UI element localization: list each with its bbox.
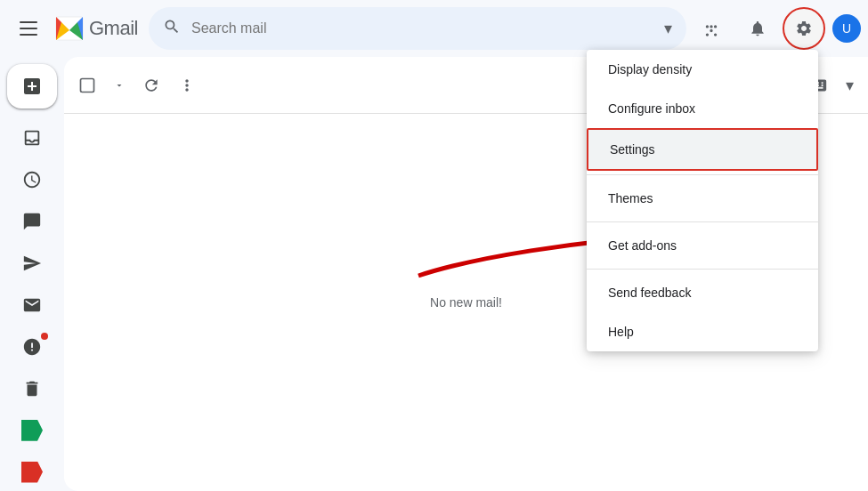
sidebar-item-sent[interactable] [11,245,53,283]
notifications-button[interactable] [736,7,779,50]
settings-density-button[interactable]: ▾ [839,68,861,102]
svg-rect-1 [81,78,94,92]
sidebar-item-mail[interactable] [11,286,53,325]
select-checkbox-button[interactable] [71,69,103,101]
settings-button[interactable] [783,7,825,50]
search-icon [163,18,181,40]
app-header: Gmail ▾ U [0,0,868,57]
settings-dropdown-menu: Display density Configure inbox Settings… [587,50,818,351]
sidebar-item-snoozed[interactable] [11,161,53,199]
gmail-logo-icon [53,12,85,44]
menu-item-send-feedback[interactable]: Send feedback [587,273,818,312]
menu-divider-1 [587,174,818,175]
sidebar-item-trash[interactable] [11,369,53,407]
compose-button[interactable] [7,64,57,109]
search-input[interactable] [191,20,653,36]
sidebar [0,57,64,491]
select-dropdown-button[interactable] [107,73,132,98]
gmail-text-label: Gmail [89,17,138,40]
menu-item-help[interactable]: Help [587,312,818,351]
refresh-button[interactable] [135,69,167,101]
apps-button[interactable] [690,7,733,50]
search-dropdown-icon[interactable]: ▾ [664,19,672,38]
red-label-icon [21,462,43,483]
menu-divider-2 [587,221,818,222]
menu-divider-3 [587,269,818,270]
sidebar-item-alerts[interactable] [11,327,53,366]
header-actions: U [690,7,861,50]
sidebar-item-label-red[interactable] [11,453,53,491]
menu-item-display-density[interactable]: Display density [587,50,818,89]
sidebar-item-label-green[interactable] [11,411,53,449]
menu-item-themes[interactable]: Themes [587,179,818,218]
menu-item-configure-inbox[interactable]: Configure inbox [587,89,818,128]
more-button[interactable] [171,69,203,101]
avatar-button[interactable]: U [832,14,861,43]
sidebar-item-chat[interactable] [11,203,53,241]
green-label-icon [21,420,43,441]
hamburger-menu-button[interactable] [7,7,50,50]
menu-item-get-addons[interactable]: Get add-ons [587,226,818,265]
sidebar-item-inbox[interactable] [11,119,53,157]
alert-badge [41,333,48,340]
search-bar[interactable]: ▾ [149,7,686,50]
hamburger-icon [20,21,37,36]
no-mail-message: No new mail! [430,295,502,310]
logo-area: Gmail [53,12,138,44]
menu-item-settings[interactable]: Settings [587,128,818,171]
